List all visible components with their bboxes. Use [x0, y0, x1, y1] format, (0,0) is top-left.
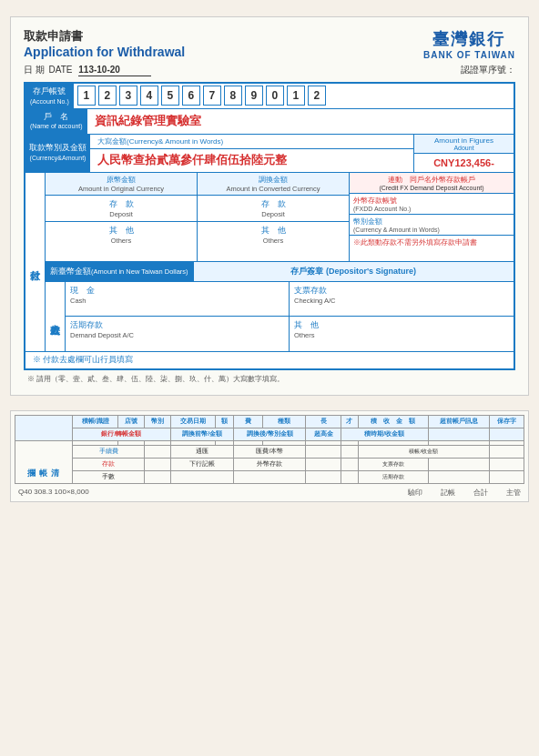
check-en: Checking A/C: [294, 297, 509, 305]
account-digit: 2: [308, 86, 326, 106]
date-section: 日 期 DATE 113-10-20: [24, 64, 151, 76]
demand-en: Demand Deposit A/C: [70, 331, 284, 339]
cash-zh: 現 金: [70, 285, 284, 297]
fu-label: 付款: [25, 173, 46, 351]
footer-mid: 驗印: [408, 488, 422, 498]
th-sub3: 調換後/幣別金額: [234, 428, 306, 440]
th-acct: 積帳/識證: [72, 415, 117, 428]
date-label-zh: 日 期: [24, 65, 45, 75]
currency-words-label: 大寫金額(Currency& Amount in Words): [90, 135, 413, 149]
currency-content: 大寫金額(Currency& Amount in Words) 人民幣查拾貳萬參…: [90, 135, 413, 172]
left-middle: 原幣金額 Amount in Original Currency 存 款 Dep…: [46, 173, 198, 261]
td-3-2: [145, 458, 171, 470]
deposit-row-left: 存 款 Deposit: [46, 196, 197, 222]
th-collected: 積 收 金 額: [358, 415, 428, 428]
date-value: 113-10-20: [78, 65, 151, 76]
footer-mid2: 記帳: [441, 488, 455, 498]
amount-figures-label: Amount in Figures Adount: [414, 135, 514, 154]
name-label-zh: 戶 名: [44, 112, 68, 123]
demand-zh: 活期存款: [70, 319, 284, 331]
payment-demand: 活期存款 Demand Deposit A/C: [66, 317, 290, 351]
date-row: 日 期 DATE 113-10-20 認證單序號：: [24, 64, 515, 76]
form-header: 取款申請書 Application for Withdrawal 臺灣銀行 BA…: [24, 28, 515, 60]
name-row: 戶 名 (Name of account) 資訊紀錄管理實驗室: [25, 109, 514, 135]
account-numbers: 123456789012: [74, 84, 514, 108]
fx-amount: 幣別金額 (Currency & Amount in Words): [350, 215, 514, 236]
bank-name-zh: 臺灣銀行: [423, 28, 515, 50]
payment-check: 支票存款 Checking A/C: [290, 282, 514, 317]
original-zh: 原幣金額: [107, 176, 136, 184]
th-length: 長: [306, 415, 341, 428]
middle-content: 原幣金額 Amount in Original Currency 存 款 Dep…: [46, 173, 514, 351]
footer-manager: 主管: [506, 488, 521, 498]
amount-figures-box: Amount in Figures Adount CNY123,456-: [413, 135, 514, 172]
th-sub7: [489, 428, 524, 440]
zu-label: 去款處: [46, 282, 66, 351]
fx-amount-en: (Currency & Amount in Words): [353, 227, 510, 233]
original-en: Amount in Original Currency: [49, 185, 193, 193]
td-2-1: 手續費: [72, 445, 144, 458]
th-amount: 額: [216, 415, 234, 428]
td-2-6: [341, 445, 358, 458]
td-4-1: 手數: [72, 470, 144, 483]
ntd-zh: 新臺幣金額: [50, 266, 91, 277]
footer-left: Q40 308.3 100×8,000: [18, 488, 89, 498]
td-3-5: [306, 458, 341, 470]
ntd-header-row: 新臺幣金額 (Amount in New Taiwan Dollars) 存戶簽…: [46, 262, 514, 282]
th-date: 交易日期: [170, 415, 216, 428]
td-4-6: [341, 470, 358, 483]
account-digit: 1: [77, 86, 96, 106]
other-cell-2: 其 他 Others: [198, 222, 349, 249]
currency-label-zh: 取款幣別及金額: [29, 143, 86, 154]
td-4-3: [170, 470, 234, 483]
fx-header: 連動 同戶名外幣存款帳戶 (Credit FX Demand Deposit A…: [350, 173, 514, 194]
note-text: ※ 付款去處欄可山行員填寫: [33, 355, 133, 364]
th-currency: 幣別: [145, 415, 171, 428]
th-fee: 費: [234, 415, 263, 428]
th-sub2: 調換前幣/金額: [170, 428, 234, 440]
bottom-table-area: 積帳/識證 店號 幣別 交易日期 額 費 種類 長 才 積 收 金 額 超前帳戶…: [10, 410, 529, 502]
fu-section: 付款 原幣金額 Amount in Original Currency: [25, 173, 514, 351]
th-archive: 保存字: [489, 415, 524, 428]
deposit2-zh: 存 款: [199, 198, 347, 210]
currency-words-value: 人民幣查拾貳萬參仟肆佰伍拾陸元整: [90, 149, 413, 171]
account-digit: 6: [182, 86, 200, 106]
other1-zh: 其 他: [47, 225, 195, 237]
bank-logo: 臺灣銀行 BANK OF TAIWAN: [423, 28, 515, 60]
account-name-value: 資訊紀錄管理實驗室: [87, 109, 208, 134]
payment-others: 其 他 Others: [290, 317, 514, 351]
table-row-4: 手數 活期存款: [15, 470, 524, 483]
payment-row: 去款處 現 金 Cash 支票存款 Checking A/C: [46, 282, 514, 351]
account-label-zh: 存戶帳號: [33, 86, 66, 97]
bank-name-en: BANK OF TAIWAN: [423, 50, 515, 60]
figures-label-2: Adount: [416, 145, 512, 151]
name-label-en: (Name of account): [30, 122, 83, 130]
td-4-4: [234, 470, 306, 483]
th-store: 店號: [118, 415, 145, 428]
deposit2-en: Deposit: [199, 210, 347, 218]
footer-right-section: 驗印 記帳 合計 主管: [408, 488, 521, 498]
bottom-footer: Q40 308.3 100×8,000 驗印 記帳 合計 主管: [15, 488, 524, 498]
deposit1-en: Deposit: [47, 210, 195, 218]
check-zh: 支票存款: [294, 285, 509, 297]
th-acct-info: 超前帳戶訊息: [428, 415, 489, 428]
footnote: ※ 請用（零、壹、貳、叁、肆、伍、陸、柒、捌、玖、什、萬）大寫數字填寫。: [24, 374, 515, 384]
signature-area: 存戶簽章 (Depositor's Signature): [193, 262, 514, 281]
th-sub1: 銀行/轉帳金額: [72, 428, 170, 440]
currency-row: 取款幣別及金額 (Currency&Amount) 大寫金額(Currency&…: [25, 135, 514, 173]
far-right-middle: 連動 同戶名外幣存款帳戶 (Credit FX Demand Deposit A…: [350, 173, 514, 261]
payment-cash: 現 金 Cash: [66, 282, 290, 317]
td-4-5: [306, 470, 341, 483]
td-2-3: 通匯: [170, 445, 234, 458]
deposit1-zh: 存 款: [47, 198, 195, 210]
payment-cells: 現 金 Cash 支票存款 Checking A/C 活期存款 Demand D…: [66, 282, 514, 351]
account-digit: 0: [266, 86, 284, 106]
account-label: 存戶帳號 (Account No.): [25, 84, 74, 108]
currency-label: 取款幣別及金額 (Currency&Amount): [25, 135, 90, 172]
td-4-8: [428, 470, 489, 483]
td-4-7: 活期存款: [358, 470, 428, 483]
table-row-3: 存款 下行記帳 外幣存款 支票存款: [15, 458, 524, 470]
deposit-row-right: 存 款 Deposit: [198, 196, 349, 222]
original-header: 原幣金額 Amount in Original Currency: [46, 173, 197, 196]
td-4-9: [489, 470, 524, 483]
